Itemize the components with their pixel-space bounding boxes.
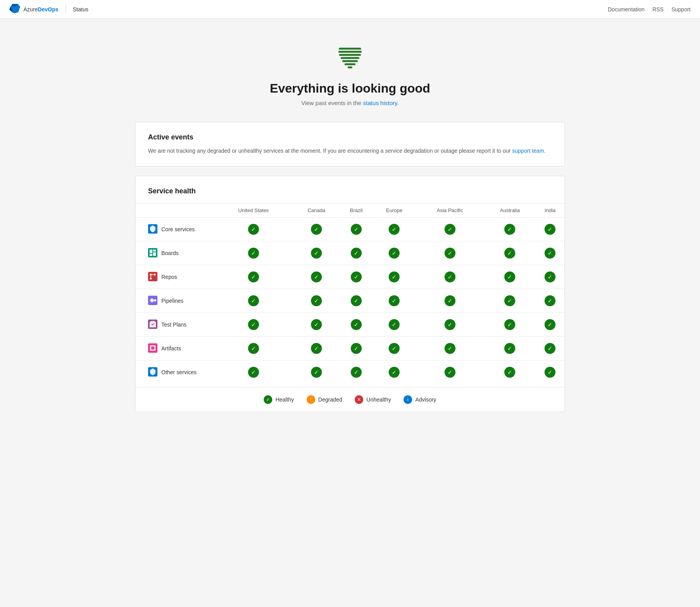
- svg-rect-10: [153, 250, 156, 252]
- status-cell: ✓: [214, 289, 293, 313]
- status-cell: ✓: [293, 337, 340, 361]
- healthy-check-icon: ✓: [351, 367, 362, 378]
- healthy-check-icon: ✓: [504, 319, 515, 330]
- degraded-label: Degraded: [318, 396, 343, 403]
- active-events-message: We are not tracking any degraded or unhe…: [148, 147, 552, 155]
- status-cell: ✓: [340, 361, 373, 384]
- status-cell: ✓: [340, 218, 373, 241]
- artifacts-service-icon: [148, 343, 157, 354]
- status-cell: ✓: [536, 241, 564, 265]
- healthy-check-icon: ✓: [545, 271, 555, 282]
- healthy-check-icon: ✓: [351, 319, 362, 330]
- pipelines-service-icon: [148, 296, 157, 306]
- service-label: Test Plans: [161, 321, 187, 328]
- unhealthy-label: Unhealthy: [366, 396, 391, 403]
- other-service-icon: [148, 367, 157, 378]
- healthy-check-icon: ✓: [248, 248, 259, 259]
- healthy-check-icon: ✓: [445, 367, 455, 378]
- status-cell: ✓: [416, 241, 484, 265]
- rss-link[interactable]: RSS: [652, 6, 664, 12]
- healthy-check-icon: ✓: [504, 367, 515, 378]
- svg-rect-5: [345, 63, 355, 65]
- status-cell: ✓: [373, 361, 415, 384]
- support-team-link[interactable]: support team.: [512, 148, 546, 154]
- svg-rect-22: [151, 346, 154, 350]
- service-label: Other services: [161, 369, 196, 375]
- service-name-cell: Core services: [136, 218, 214, 241]
- status-cell: ✓: [484, 265, 536, 289]
- service-health-title: Service health: [136, 187, 564, 203]
- azure-devops-logo-icon: [9, 4, 20, 15]
- service-name: Pipelines: [148, 296, 214, 306]
- svg-rect-1: [338, 51, 362, 53]
- status-cell: ✓: [373, 218, 415, 241]
- healthy-check-icon: ✓: [351, 343, 362, 354]
- col-europe: Europe: [373, 204, 415, 218]
- col-us: United States: [214, 204, 293, 218]
- status-cell: ✓: [416, 265, 484, 289]
- status-cell: ✓: [373, 289, 415, 313]
- healthy-check-icon: ✓: [545, 295, 555, 306]
- svg-point-18: [154, 299, 156, 302]
- healthy-check-icon: ✓: [389, 224, 400, 235]
- service-name: Core services: [148, 224, 214, 235]
- status-cell: ✓: [484, 289, 536, 313]
- service-label: Pipelines: [161, 298, 184, 304]
- status-cell: ✓: [536, 218, 564, 241]
- advisory-label: Advisory: [415, 396, 436, 403]
- documentation-link[interactable]: Documentation: [608, 6, 645, 12]
- testplans-service-icon: [148, 320, 157, 330]
- table-row: Core services ✓✓✓✓✓✓✓: [136, 218, 564, 241]
- header-brand: AzureDevOps: [23, 6, 59, 12]
- healthy-check-icon: ✓: [545, 367, 555, 378]
- healthy-check-icon: ✓: [504, 271, 515, 282]
- service-name-cell: Other services: [136, 361, 214, 384]
- service-health-table: United States Canada Brazil Europe Asia …: [136, 203, 564, 384]
- healthy-check-icon: ✓: [311, 367, 322, 378]
- legend-advisory: i Advisory: [404, 395, 436, 404]
- healthy-check-icon: ✓: [389, 271, 400, 282]
- svg-rect-0: [338, 48, 362, 50]
- status-cell: ✓: [536, 361, 564, 384]
- healthy-check-icon: ✓: [445, 295, 455, 306]
- col-service: [136, 204, 214, 218]
- service-name: Artifacts: [148, 343, 214, 354]
- healthy-check-icon: ✓: [445, 343, 455, 354]
- legend-degraded: ! Degraded: [307, 395, 343, 404]
- healthy-check-icon: ✓: [351, 224, 362, 235]
- hero-title: Everything is looking good: [135, 81, 565, 96]
- status-cell: ✓: [293, 289, 340, 313]
- healthy-check-icon: ✓: [504, 224, 515, 235]
- healthy-check-icon: ✓: [311, 224, 322, 235]
- status-cell: ✓: [214, 265, 293, 289]
- status-cell: ✓: [340, 265, 373, 289]
- support-link[interactable]: Support: [671, 6, 691, 12]
- svg-rect-8: [148, 248, 157, 257]
- status-cell: ✓: [293, 313, 340, 337]
- svg-rect-11: [153, 252, 156, 256]
- status-cell: ✓: [416, 289, 484, 313]
- healthy-check-icon: ✓: [351, 271, 362, 282]
- legend: ✓ Healthy ! Degraded ✕ Unhealthy i Advis…: [136, 387, 564, 412]
- status-cell: ✓: [484, 361, 536, 384]
- unhealthy-icon: ✕: [355, 395, 363, 404]
- status-cell: ✓: [416, 337, 484, 361]
- service-name-cell: Repos: [136, 265, 214, 289]
- status-cell: ✓: [373, 337, 415, 361]
- healthy-check-icon: ✓: [545, 343, 555, 354]
- service-name-cell: Artifacts: [136, 337, 214, 361]
- status-cell: ✓: [340, 289, 373, 313]
- healthy-check-icon: ✓: [311, 248, 322, 259]
- svg-point-14: [150, 273, 152, 275]
- table-header-row: United States Canada Brazil Europe Asia …: [136, 204, 564, 218]
- service-label: Boards: [161, 250, 179, 256]
- status-cell: ✓: [536, 289, 564, 313]
- hero-section: Everything is looking good View past eve…: [135, 34, 565, 122]
- status-cell: ✓: [214, 361, 293, 384]
- service-name: Test Plans: [148, 320, 214, 330]
- healthy-check-icon: ✓: [248, 224, 259, 235]
- healthy-check-icon: ✓: [248, 271, 259, 282]
- status-cell: ✓: [214, 337, 293, 361]
- status-history-link[interactable]: status history.: [363, 100, 398, 106]
- status-cell: ✓: [214, 313, 293, 337]
